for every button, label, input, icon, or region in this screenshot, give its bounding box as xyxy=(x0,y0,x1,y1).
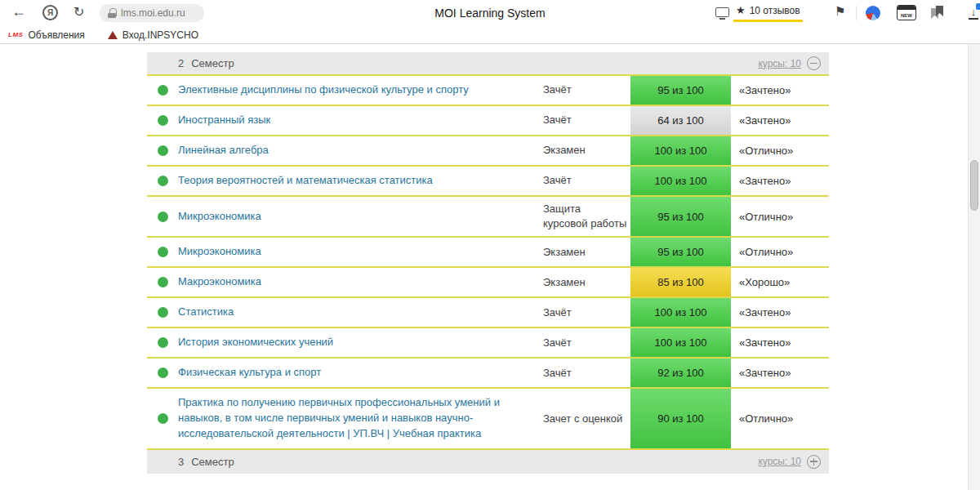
score-cell: 64 из 100 xyxy=(630,106,731,135)
yandex-home-button[interactable]: Я xyxy=(42,5,58,20)
assessment-type: Экзамен xyxy=(543,270,630,295)
course-row: Микроэкономика Экзамен 95 из 100 «Отличн… xyxy=(147,238,829,268)
score-cell: 100 из 100 xyxy=(630,136,731,165)
score-cell: 85 из 100 xyxy=(630,268,731,296)
extension-sphere-icon[interactable] xyxy=(866,6,880,20)
semester-number: 2 xyxy=(178,57,184,69)
lock-icon xyxy=(108,8,116,18)
assessment-type: Зачёт xyxy=(543,168,630,193)
new-badge-label: NEW xyxy=(901,13,912,18)
assessment-type: Зачет с оценкой xyxy=(543,407,630,431)
assessment-type: Защита курсовой работы xyxy=(543,197,630,236)
semester-number: 3 xyxy=(178,456,184,468)
assessment-type: Зачёт xyxy=(543,108,630,132)
assessment-type: Экзамен xyxy=(543,138,630,163)
course-link[interactable]: Элективные дисциплины по физической куль… xyxy=(178,76,543,105)
toolbar-divider xyxy=(856,6,857,20)
vertical-scrollbar[interactable] xyxy=(968,44,980,490)
assessment-type: Зачёт xyxy=(543,361,630,385)
extension-new-icon[interactable]: NEW xyxy=(897,5,916,20)
status-dot-icon xyxy=(158,413,168,424)
grade-text: «Зачтено» xyxy=(731,84,829,96)
status-dot-icon xyxy=(158,368,168,378)
bookmarks-bar: LMS Объявления Вход.INPSYCHO xyxy=(0,26,980,44)
semester-label: Семестр xyxy=(191,456,234,468)
courses-count-link[interactable]: курсы: 10 xyxy=(758,58,801,69)
status-dot-icon xyxy=(158,145,168,156)
status-dot-icon xyxy=(158,277,168,287)
course-link[interactable]: Микроэкономика xyxy=(178,238,543,266)
status-dot-icon xyxy=(158,176,168,186)
grade-text: «Зачтено» xyxy=(731,175,829,187)
lms-favicon: LMS xyxy=(8,31,23,38)
course-link[interactable]: Статистика xyxy=(178,298,543,327)
download-badge xyxy=(976,3,980,10)
status-dot-icon xyxy=(158,247,168,257)
course-link[interactable]: Физическая культура и спорт xyxy=(178,359,543,387)
status-dot-icon xyxy=(158,212,168,222)
back-button[interactable]: ← xyxy=(11,3,26,20)
course-link[interactable]: Теория вероятностей и математическая ста… xyxy=(178,167,543,195)
flag-icon: ⚑ xyxy=(835,4,845,18)
star-icon: ★ xyxy=(736,5,746,16)
assessment-type: Зачёт xyxy=(543,301,630,325)
course-row: Линейная алгебра Экзамен 100 из 100 «Отл… xyxy=(147,136,829,167)
bookmark-flag-button[interactable]: ⚑ xyxy=(835,4,845,19)
browser-toolbar: ← Я ↻ lms.moi.edu.ru MOI Learning System… xyxy=(0,0,980,26)
score-cell: 95 из 100 xyxy=(630,76,731,105)
semester-header: 2 Семестр курсы: 10 xyxy=(147,52,829,76)
grades-table-body: Элективные дисциплины по физической куль… xyxy=(147,76,829,450)
status-dot-icon xyxy=(158,85,168,96)
grade-text: «Зачтено» xyxy=(731,336,829,349)
collapse-icon[interactable] xyxy=(807,56,821,70)
course-row: Теория вероятностей и математическая ста… xyxy=(147,167,829,197)
scrollbar-thumb[interactable] xyxy=(970,160,978,211)
course-row: Микроэкономика Защита курсовой работы 95… xyxy=(147,197,829,238)
url-text: lms.moi.edu.ru xyxy=(121,7,185,19)
semester-footer: 3 Семестр курсы: 10 xyxy=(147,450,829,474)
score-cell: 95 из 100 xyxy=(630,197,731,236)
bookmark-item-inpsycho[interactable]: Вход.INPSYCHO xyxy=(108,29,198,41)
rating-label: 10 отзывов xyxy=(750,5,800,16)
grades-table: 2 Семестр курсы: 10 Элективные дисциплин… xyxy=(147,52,829,474)
downloads-button[interactable]: ↓ xyxy=(965,5,980,21)
score-cell: 100 из 100 xyxy=(630,167,731,195)
address-bar[interactable]: lms.moi.edu.ru xyxy=(100,4,204,22)
courses-count-link[interactable]: курсы: 10 xyxy=(758,456,801,467)
site-rating-widget[interactable]: ★ 10 отзывов xyxy=(733,5,803,22)
grade-text: «Зачтено» xyxy=(731,306,829,318)
course-link[interactable]: Линейная алгебра xyxy=(178,136,543,165)
course-link[interactable]: Макроэкономика xyxy=(178,268,543,296)
score-cell: 100 из 100 xyxy=(630,298,731,327)
assessment-type: Зачёт xyxy=(543,78,630,102)
course-row: История экономических учений Зачёт 100 и… xyxy=(147,328,829,359)
score-cell: 95 из 100 xyxy=(630,238,731,266)
status-dot-icon xyxy=(158,115,168,126)
grade-text: «Зачтено» xyxy=(731,367,829,379)
status-dot-icon xyxy=(158,307,168,318)
course-row: Иностранный язык Зачёт 64 из 100 «Зачтен… xyxy=(147,106,829,136)
inpsycho-favicon xyxy=(108,31,118,39)
grade-text: «Отлично» xyxy=(731,412,829,425)
bookmark-item-announcements[interactable]: LMS Объявления xyxy=(8,29,85,41)
refresh-button[interactable]: ↻ xyxy=(74,4,84,20)
course-link[interactable]: Микроэкономика xyxy=(178,203,543,231)
grade-text: «Отлично» xyxy=(731,246,829,258)
score-cell: 100 из 100 xyxy=(630,328,731,357)
screencast-icon[interactable] xyxy=(715,7,729,20)
score-cell: 92 из 100 xyxy=(630,359,731,387)
course-link[interactable]: История экономических учений xyxy=(178,328,543,357)
course-row: Статистика Зачёт 100 из 100 «Зачтено» xyxy=(147,298,829,328)
course-row: Элективные дисциплины по физической куль… xyxy=(147,76,829,106)
extension-collections-icon[interactable] xyxy=(931,6,946,20)
course-row: Физическая культура и спорт Зачёт 92 из … xyxy=(147,359,829,389)
expand-icon[interactable] xyxy=(807,455,821,469)
status-dot-icon xyxy=(158,337,168,348)
course-row: Макроэкономика Экзамен 85 из 100 «Хорошо… xyxy=(147,268,829,298)
course-link[interactable]: Практика по получению первичных професси… xyxy=(178,389,543,448)
course-row: Практика по получению первичных професси… xyxy=(147,389,829,450)
grade-text: «Хорошо» xyxy=(731,276,829,288)
assessment-type: Экзамен xyxy=(543,240,630,265)
semester-label: Семестр xyxy=(191,57,234,69)
course-link[interactable]: Иностранный язык xyxy=(178,106,543,135)
